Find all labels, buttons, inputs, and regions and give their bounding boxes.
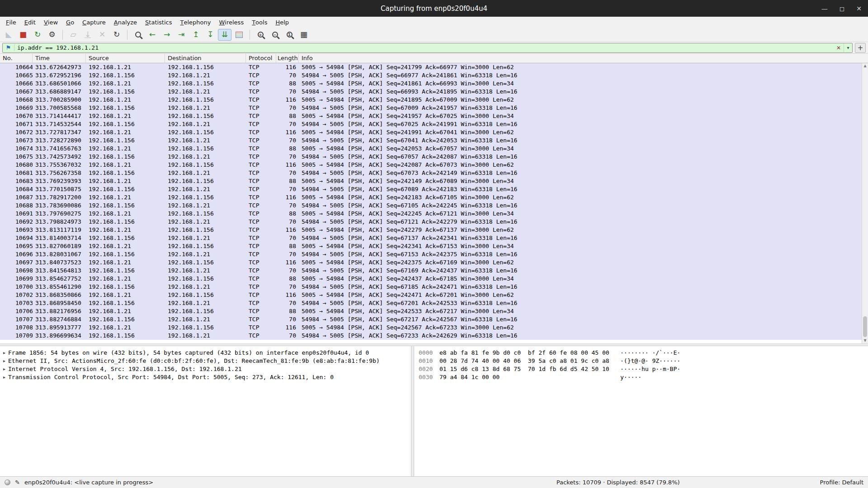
column-header-no[interactable]: No.: [0, 54, 33, 63]
packet-row[interactable]: 10681313.756267358192.168.1.156192.168.1…: [0, 169, 862, 177]
scrollbar-thumb[interactable]: [863, 316, 867, 337]
packet-row[interactable]: 10666313.686501066192.168.1.21192.168.1.…: [0, 80, 862, 88]
start-capture-button[interactable]: ◣: [2, 29, 15, 41]
expert-info-icon[interactable]: [5, 479, 10, 485]
packet-row[interactable]: 10706313.882176956192.168.1.21192.168.1.…: [0, 307, 862, 315]
expander-icon[interactable]: ▸: [0, 349, 8, 357]
expander-icon[interactable]: ▸: [0, 365, 8, 373]
packet-row[interactable]: 10700313.855461290192.168.1.156192.168.1…: [0, 283, 862, 291]
packet-row[interactable]: 10672313.727817347192.168.1.21192.168.1.…: [0, 128, 862, 136]
filter-dropdown-button[interactable]: ▾: [844, 43, 852, 52]
open-file-button[interactable]: ▱: [66, 29, 80, 41]
auto-scroll-button[interactable]: ⇊: [218, 29, 231, 41]
packet-row[interactable]: 10680313.755367032192.168.1.21192.168.1.…: [0, 161, 862, 169]
packet-row[interactable]: 10707313.882746884192.168.1.156192.168.1…: [0, 315, 862, 324]
filter-text[interactable]: ip.addr == 192.168.1.21: [14, 44, 834, 51]
menu-statistics[interactable]: Statistics: [141, 17, 176, 28]
menu-wireless[interactable]: Wireless: [215, 17, 248, 28]
stop-capture-button[interactable]: ■: [16, 29, 30, 41]
packet-row[interactable]: 10693313.813117119192.168.1.21192.168.1.…: [0, 226, 862, 234]
menu-tools[interactable]: Tools: [248, 17, 271, 28]
expander-icon[interactable]: ▸: [0, 373, 8, 381]
maximize-button[interactable]: ◻: [840, 5, 845, 12]
reload-button[interactable]: ↻: [110, 29, 123, 41]
profile-selector[interactable]: Profile: Default: [820, 479, 863, 486]
packet-row[interactable]: 10696313.828031067192.168.1.156192.168.1…: [0, 250, 862, 258]
packet-row[interactable]: 10675313.742573492192.168.1.156192.168.1…: [0, 153, 862, 161]
menu-file[interactable]: File: [2, 17, 20, 28]
close-button[interactable]: ✕: [856, 5, 862, 12]
column-header-info[interactable]: Info: [299, 54, 862, 63]
expander-icon[interactable]: ▸: [0, 357, 8, 365]
packet-row[interactable]: 10694313.814003714192.168.1.156192.168.1…: [0, 234, 862, 242]
packet-row[interactable]: 10671313.714532544192.168.1.156192.168.1…: [0, 120, 862, 128]
go-to-packet-button[interactable]: ⇥: [175, 29, 188, 41]
packet-row[interactable]: 10695313.827060189192.168.1.21192.168.1.…: [0, 242, 862, 250]
filter-bookmark-icon[interactable]: ⚑: [3, 44, 14, 51]
menu-help[interactable]: Help: [271, 17, 293, 28]
packet-row[interactable]: 10703313.868958450192.168.1.156192.168.1…: [0, 299, 862, 307]
packet-row[interactable]: 10684313.770150875192.168.1.156192.168.1…: [0, 185, 862, 193]
packet-row[interactable]: 10683313.769239393192.168.1.21192.168.1.…: [0, 177, 862, 185]
go-last-button[interactable]: ↧: [203, 29, 217, 41]
column-header-time[interactable]: Time: [33, 54, 86, 63]
detail-row[interactable]: ▸Transmission Control Protocol, Src Port…: [0, 373, 411, 381]
packet-row[interactable]: 10698313.841564813192.168.1.156192.168.1…: [0, 267, 862, 275]
column-header-length[interactable]: Length: [276, 54, 299, 63]
menu-capture[interactable]: Capture: [78, 17, 110, 28]
menu-view[interactable]: View: [40, 17, 62, 28]
packet-row[interactable]: 10708313.895913777192.168.1.21192.168.1.…: [0, 324, 862, 332]
packet-row[interactable]: 10692313.798824973192.168.1.156192.168.1…: [0, 218, 862, 226]
capture-comment-icon[interactable]: ✎: [15, 479, 20, 486]
save-file-button[interactable]: ↓: [81, 29, 94, 41]
filter-clear-button[interactable]: ✕: [834, 45, 844, 51]
packet-row[interactable]: 10670313.714144417192.168.1.21192.168.1.…: [0, 112, 862, 120]
hex-row[interactable]: 002001 15 d6 c8 13 8d 68 75 70 1d fb 6d …: [419, 365, 868, 373]
go-first-button[interactable]: ↥: [189, 29, 203, 41]
packet-row[interactable]: 10674313.741656763192.168.1.21192.168.1.…: [0, 145, 862, 153]
detail-row[interactable]: ▸Frame 1856: 54 bytes on wire (432 bits)…: [0, 349, 411, 357]
column-header-protocol[interactable]: Protocol: [246, 54, 276, 63]
go-forward-button[interactable]: →: [160, 29, 174, 41]
restart-capture-button[interactable]: ↻: [31, 29, 44, 41]
hex-row[interactable]: 0000e8 ab fa 81 fe 9b d0 c0 bf 2f 60 fe …: [419, 349, 868, 357]
packet-row[interactable]: 10691313.797690275192.168.1.21192.168.1.…: [0, 210, 862, 218]
packet-row[interactable]: 10668313.700285900192.168.1.21192.168.1.…: [0, 96, 862, 104]
resize-columns-button[interactable]: ▦: [297, 29, 311, 41]
zoom-out-button[interactable]: −: [268, 29, 282, 41]
detail-row[interactable]: ▸Internet Protocol Version 4, Src: 192.1…: [0, 365, 411, 373]
display-filter-input[interactable]: ⚑ ip.addr == 192.168.1.21 ✕ ▾: [2, 43, 853, 53]
minimize-button[interactable]: —: [821, 5, 828, 12]
zoom-in-button[interactable]: +: [254, 29, 267, 41]
go-back-button[interactable]: ←: [146, 29, 159, 41]
colorize-button[interactable]: [232, 29, 246, 41]
column-header-destination[interactable]: Destination: [165, 54, 246, 63]
packet-list-scrollbar[interactable]: ▲ ▼: [862, 63, 868, 343]
menu-telephony[interactable]: Telephony: [176, 17, 215, 28]
find-packet-button[interactable]: [131, 29, 145, 41]
packet-row[interactable]: 10673313.728272890192.168.1.156192.168.1…: [0, 136, 862, 145]
packet-row[interactable]: 10665313.672952196192.168.1.156192.168.1…: [0, 71, 862, 80]
zoom-reset-button[interactable]: 1: [283, 29, 296, 41]
packet-row[interactable]: 10697313.840737523192.168.1.21192.168.1.…: [0, 258, 862, 267]
hex-row[interactable]: 001000 28 7d 74 40 00 40 06 39 5a c0 a8 …: [419, 357, 868, 365]
packet-row[interactable]: 10687313.782917200192.168.1.21192.168.1.…: [0, 193, 862, 202]
detail-row[interactable]: ▸Ethernet II, Src: ActionsMicro_2f:60:fe…: [0, 357, 411, 365]
menu-go[interactable]: Go: [62, 17, 78, 28]
packet-row[interactable]: 10688313.783690086192.168.1.156192.168.1…: [0, 202, 862, 210]
packet-row[interactable]: 10664313.672642973192.168.1.21192.168.1.…: [0, 63, 862, 71]
packet-row[interactable]: 10667313.686889147192.168.1.156192.168.1…: [0, 88, 862, 96]
hex-row[interactable]: 003079 a4 84 1c 00 00y·····: [419, 373, 868, 381]
close-file-button[interactable]: ✕: [95, 29, 109, 41]
add-filter-button[interactable]: +: [855, 43, 866, 53]
menu-analyze[interactable]: Analyze: [110, 17, 141, 28]
packet-row[interactable]: 10699313.854627752192.168.1.21192.168.1.…: [0, 275, 862, 283]
packet-row[interactable]: 10709313.896699634192.168.1.156192.168.1…: [0, 332, 862, 340]
capture-options-button[interactable]: ⚙: [45, 29, 59, 41]
column-header-source[interactable]: Source: [86, 54, 165, 63]
scrollbar-up-icon[interactable]: ▲: [862, 63, 868, 69]
menu-edit[interactable]: Edit: [20, 17, 40, 28]
packet-row[interactable]: 10702313.868350866192.168.1.21192.168.1.…: [0, 291, 862, 299]
packet-row[interactable]: 10669313.700585568192.168.1.156192.168.1…: [0, 104, 862, 112]
scrollbar-down-icon[interactable]: ▼: [862, 338, 868, 343]
